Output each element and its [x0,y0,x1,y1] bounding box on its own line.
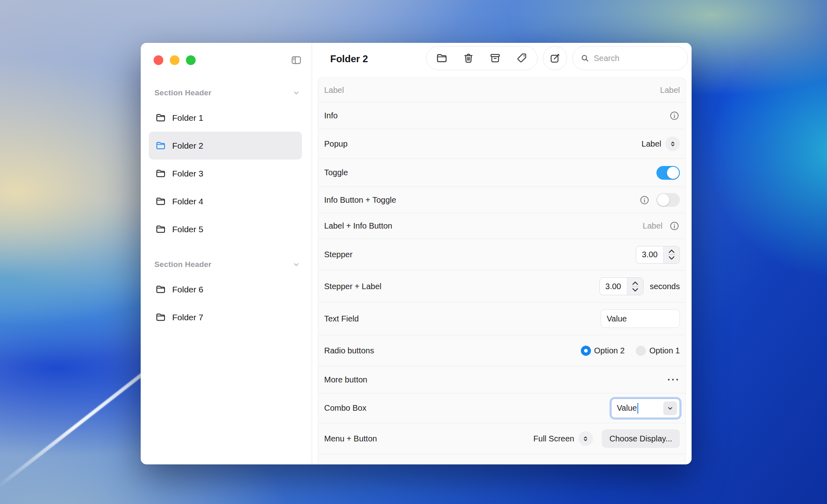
stepper-control[interactable]: 3.00 [636,246,680,264]
traffic-lights [149,55,302,65]
text-cursor [637,403,639,414]
row-clipped [318,454,686,464]
stepper-control[interactable]: 3.00 [599,277,643,295]
row-title: Radio buttons [324,346,374,355]
stepper-arrows[interactable] [663,246,679,263]
section-header-2[interactable]: Section Header [154,259,300,270]
sidebar-item-label: Folder 6 [172,285,203,294]
archive-box-icon[interactable] [489,52,501,64]
sidebar-item-label: Folder 1 [172,113,203,123]
sidebar-item-folder-5[interactable]: Folder 5 [149,215,302,243]
folder-icon [154,224,167,235]
row-combo-box: Combo Box Value [318,393,686,423]
app-window: Section Header Folder 1 Folder 2 Folder … [141,43,692,464]
row-value: Label [643,221,662,231]
row-title: More button [324,375,367,384]
choose-display-button[interactable]: Choose Display... [602,429,680,448]
button-label: Choose Display... [610,434,672,443]
tag-icon[interactable] [516,52,528,64]
row-radio-buttons: Radio buttons Option 2 Option 1 [318,335,686,366]
zoom-button[interactable] [186,55,196,65]
stepper-unit-label: seconds [650,282,680,291]
stepper-down-icon[interactable] [668,256,675,260]
switch-knob [657,194,669,206]
radio-option-1[interactable] [636,346,646,356]
section-header-1[interactable]: Section Header [154,88,300,98]
row-stepper: Stepper 3.00 [318,239,686,270]
stepper-up-icon[interactable] [632,281,639,286]
stepper-down-icon[interactable] [632,288,639,292]
row-popup: Popup Label [318,129,686,158]
compose-button[interactable] [543,46,567,70]
folder-icon[interactable] [436,52,448,64]
section-header-label: Section Header [154,88,211,97]
folder-icon [154,168,167,179]
row-stepper-label: Stepper + Label 3.00 seconds [318,270,686,302]
toggle-switch-on[interactable] [656,166,680,180]
sidebar-list-1: Folder 1 Folder 2 Folder 3 Folder 4 Fold… [149,104,302,243]
search-icon [580,53,590,63]
radio-group: Option 2 Option 1 [581,346,680,356]
row-title: Menu + Button [324,434,377,443]
menu-value: Full Screen [534,434,574,443]
minimize-button[interactable] [170,55,179,65]
chevron-up-down-icon [582,435,589,443]
row-title: Combo Box [324,403,367,413]
folder-icon [154,140,167,151]
popup-button[interactable]: Label [641,136,680,151]
stepper-value: 3.00 [600,278,627,295]
toolbar-button-group [426,46,538,70]
row-more-button: More button ··· [318,366,686,393]
more-ellipsis-icon[interactable]: ··· [667,376,680,384]
close-button[interactable] [154,55,163,65]
sidebar: Section Header Folder 1 Folder 2 Folder … [141,43,312,464]
page-title: Folder 2 [330,53,368,65]
search-input[interactable] [594,54,692,63]
sidebar-item-folder-7[interactable]: Folder 7 [149,303,302,331]
sidebar-item-label: Folder 2 [172,141,203,151]
info-icon[interactable] [669,220,680,231]
row-info-button-toggle: Info Button + Toggle [318,187,686,213]
row-menu-button: Menu + Button Full Screen Choose Display… [318,423,686,454]
combo-box[interactable]: Value [611,399,680,418]
radio-option-2[interactable] [581,346,591,356]
stepper-arrows[interactable] [627,278,643,295]
compose-icon [549,52,561,64]
info-icon[interactable] [639,195,650,206]
trash-icon[interactable] [462,52,475,64]
sidebar-item-folder-1[interactable]: Folder 1 [149,104,302,132]
settings-form-panel: Label Label Info Popup Label Toggle [318,78,686,464]
chevron-up-down-icon [665,136,680,151]
row-title: Toggle [324,168,348,177]
sidebar-item-folder-6[interactable]: Folder 6 [149,275,302,303]
toggle-switch-off[interactable] [656,193,680,207]
sidebar-item-folder-4[interactable]: Folder 4 [149,187,302,215]
stepper-value: 3.00 [636,246,663,263]
sidebar-toggle-icon[interactable] [290,55,303,66]
sidebar-item-folder-2[interactable]: Folder 2 [149,132,302,160]
row-value: Label [660,86,680,95]
search-field[interactable] [572,46,688,70]
info-icon[interactable] [669,110,680,121]
row-title: Label [324,86,344,95]
row-text-field: Text Field Value [318,302,686,335]
sidebar-item-label: Folder 7 [172,313,203,322]
folder-icon [154,312,167,323]
sidebar-item-folder-3[interactable]: Folder 3 [149,160,302,187]
chevron-down-icon[interactable] [292,89,300,97]
text-field-input[interactable]: Value [601,309,680,328]
stepper-divider [631,286,639,287]
toolbar [426,46,688,70]
chevron-down-icon[interactable] [292,260,300,269]
row-title: Text Field [324,314,359,323]
chevron-down-icon [667,405,674,412]
stepper-up-icon[interactable] [668,249,675,254]
popup-value: Label [641,139,661,149]
sidebar-list-2: Folder 6 Folder 7 [149,275,302,331]
combo-box-value: Value [617,403,663,414]
folder-icon [154,196,167,207]
content-pane: Folder 2 Label Label Info [312,43,692,464]
menu-popup-button[interactable] [578,431,593,446]
combo-dropdown-button[interactable] [663,401,677,415]
row-title: Info Button + Toggle [324,195,396,205]
